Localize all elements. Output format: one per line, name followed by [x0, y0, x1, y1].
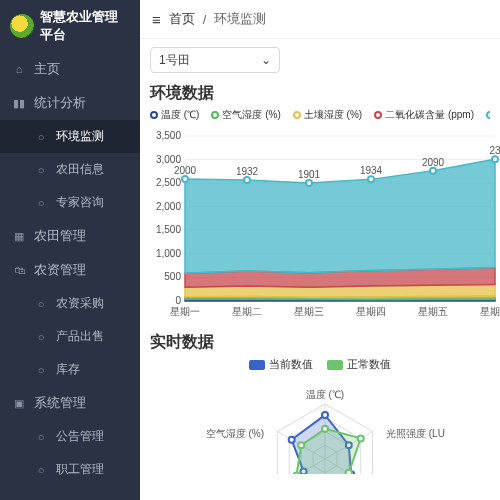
svg-text:0: 0	[175, 295, 181, 306]
sidebar-item-label: 环境监测	[56, 128, 104, 145]
sidebar-item-label: 农资采购	[56, 295, 104, 312]
radar-chart-svg: 温度 (℃)光照强度 (LU空气湿度 (%)	[150, 374, 500, 474]
sidebar-item-label: 公告管理	[56, 428, 104, 445]
app-title: 智慧农业管理平台	[40, 8, 130, 44]
sidebar-item-label: 专家咨询	[56, 194, 104, 211]
svg-text:3,000: 3,000	[156, 154, 181, 165]
svg-text:星期一: 星期一	[170, 306, 200, 317]
sidebar-item-11[interactable]: ○公告管理	[0, 420, 140, 453]
home-icon: ⌂	[12, 63, 26, 75]
bag-icon: 🛍	[12, 264, 26, 276]
svg-text:1934: 1934	[360, 165, 383, 176]
sidebar-item-10[interactable]: ▣系统管理	[0, 386, 140, 420]
sidebar-item-2[interactable]: ○环境监测	[0, 120, 140, 153]
sidebar-item-6[interactable]: 🛍农资管理	[0, 253, 140, 287]
radar-chart: 当前数值正常数值 温度 (℃)光照强度 (LU空气湿度 (%)	[140, 357, 500, 483]
svg-text:星期五: 星期五	[418, 306, 448, 317]
sidebar-item-label: 农资管理	[34, 261, 86, 279]
breadcrumb-home[interactable]: 首页	[169, 10, 195, 28]
legend-item[interactable]: 温度 (℃)	[150, 108, 199, 122]
svg-point-17	[182, 176, 188, 182]
svg-point-19	[244, 177, 250, 183]
svg-text:23: 23	[489, 145, 500, 156]
sidebar-item-5[interactable]: ▦农田管理	[0, 219, 140, 253]
svg-text:2000: 2000	[174, 165, 197, 176]
sidebar-item-label: 职工管理	[56, 461, 104, 478]
svg-text:1901: 1901	[298, 169, 321, 180]
area-chart: 温度 (℃)空气湿度 (%)土壤湿度 (%)二氧化碳含量 (ppm)土壤环 05…	[140, 108, 500, 330]
breadcrumb-current: 环境监测	[214, 10, 266, 28]
area-chart-svg: 05001,0001,5002,0002,5003,0003,500200019…	[150, 126, 500, 321]
legend-dot-icon	[211, 111, 219, 119]
legend-item[interactable]: 空气湿度 (%)	[211, 108, 280, 122]
svg-text:2090: 2090	[422, 157, 445, 168]
field-select[interactable]: 1号田 ⌄	[150, 47, 280, 73]
sidebar-item-label: 农田管理	[34, 227, 86, 245]
sidebar-item-label: 农田信息	[56, 161, 104, 178]
legend-item[interactable]: 土壤环	[486, 108, 490, 122]
svg-text:1,000: 1,000	[156, 248, 181, 259]
svg-text:光照强度 (LU: 光照强度 (LU	[386, 428, 445, 439]
topbar: ≡ 首页 / 环境监测	[140, 0, 500, 39]
svg-point-50	[289, 437, 295, 443]
legend-item[interactable]: 土壤湿度 (%)	[293, 108, 362, 122]
sidebar-item-4[interactable]: ○专家咨询	[0, 186, 140, 219]
legend-dot-icon	[486, 111, 490, 119]
logo-row: 智慧农业管理平台	[0, 0, 140, 52]
legend-label: 当前数值	[269, 357, 313, 372]
legend-item[interactable]: 二氧化碳含量 (ppm)	[374, 108, 474, 122]
circle-icon: ○	[34, 164, 48, 176]
sidebar-item-1[interactable]: ▮▮统计分析	[0, 86, 140, 120]
sidebar-item-3[interactable]: ○农田信息	[0, 153, 140, 186]
sidebar-item-7[interactable]: ○农资采购	[0, 287, 140, 320]
sidebar-item-8[interactable]: ○产品出售	[0, 320, 140, 353]
main: ≡ 首页 / 环境监测 1号田 ⌄ 环境数据 温度 (℃)空气湿度 (%)土壤湿…	[140, 0, 500, 500]
radar-chart-legend: 当前数值正常数值	[150, 357, 490, 372]
svg-text:2,000: 2,000	[156, 201, 181, 212]
menu-toggle-icon[interactable]: ≡	[152, 11, 161, 28]
svg-point-53	[358, 435, 364, 441]
svg-point-52	[322, 426, 328, 432]
svg-text:空气湿度 (%): 空气湿度 (%)	[206, 428, 264, 439]
sidebar-item-9[interactable]: ○库存	[0, 353, 140, 386]
legend-label: 温度 (℃)	[161, 108, 199, 122]
svg-point-56	[293, 473, 299, 475]
circle-icon: ○	[34, 131, 48, 143]
chevron-down-icon: ⌄	[261, 53, 271, 67]
legend-label: 二氧化碳含量 (ppm)	[385, 108, 474, 122]
breadcrumb-sep: /	[203, 12, 207, 27]
circle-icon: ○	[34, 431, 48, 443]
legend-item[interactable]: 当前数值	[249, 357, 313, 372]
sidebar-item-label: 系统管理	[34, 394, 86, 412]
sidebar-item-label: 产品出售	[56, 328, 104, 345]
legend-label: 土壤湿度 (%)	[304, 108, 362, 122]
legend-box-icon	[249, 360, 265, 370]
field-select-value: 1号田	[159, 52, 190, 69]
app-logo-icon	[10, 14, 34, 38]
legend-box-icon	[327, 360, 343, 370]
realtime-title: 实时数据	[140, 330, 500, 357]
svg-text:3,500: 3,500	[156, 130, 181, 141]
sidebar-item-label: 主页	[34, 60, 60, 78]
svg-point-57	[298, 442, 304, 448]
circle-icon: ○	[34, 298, 48, 310]
svg-text:500: 500	[164, 271, 181, 282]
legend-item[interactable]: 正常数值	[327, 357, 391, 372]
svg-point-21	[306, 180, 312, 186]
svg-text:星期四: 星期四	[356, 306, 386, 317]
svg-text:星期二: 星期二	[232, 306, 262, 317]
svg-point-23	[368, 176, 374, 182]
field-select-row: 1号田 ⌄	[140, 39, 500, 81]
svg-point-25	[430, 168, 436, 174]
grid2-icon: ▣	[12, 397, 26, 410]
nav: ⌂主页▮▮统计分析○环境监测○农田信息○专家咨询▦农田管理🛍农资管理○农资采购○…	[0, 52, 140, 486]
sidebar-item-label: 库存	[56, 361, 80, 378]
env-data-title: 环境数据	[140, 81, 500, 108]
svg-text:1932: 1932	[236, 166, 259, 177]
legend-label: 空气湿度 (%)	[222, 108, 280, 122]
circle-icon: ○	[34, 464, 48, 476]
svg-text:星期六: 星期六	[480, 306, 500, 317]
sidebar-item-12[interactable]: ○职工管理	[0, 453, 140, 486]
sidebar-item-0[interactable]: ⌂主页	[0, 52, 140, 86]
svg-point-27	[492, 156, 498, 162]
